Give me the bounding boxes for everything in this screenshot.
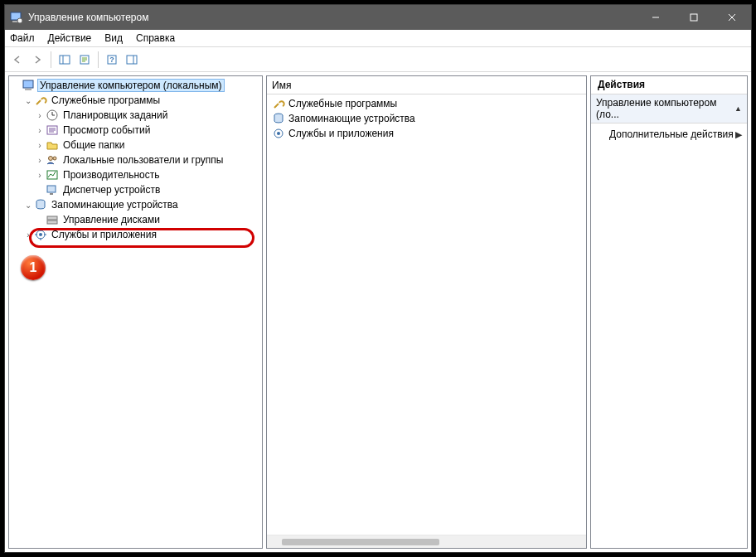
properties-button[interactable] bbox=[75, 51, 94, 69]
back-button[interactable] bbox=[8, 51, 27, 69]
services-icon bbox=[34, 228, 47, 241]
main-layout: Управление компьютером (локальным) ⌄ Слу… bbox=[5, 72, 751, 552]
menu-view[interactable]: Вид bbox=[104, 32, 123, 44]
chevron-down-icon[interactable]: ⌄ bbox=[22, 201, 34, 210]
window-frame: Управление компьютером Файл Действие Вид… bbox=[4, 4, 752, 553]
show-hide-actions-button[interactable] bbox=[123, 51, 141, 69]
show-hide-tree-button[interactable] bbox=[56, 51, 74, 69]
svg-point-26 bbox=[49, 157, 53, 161]
tree-label: Просмотр событий bbox=[61, 124, 152, 136]
chevron-right-icon[interactable]: › bbox=[22, 230, 34, 240]
actions-header: Действия bbox=[591, 76, 747, 94]
content-pane: Имя Служебные программы Запоминающие уст… bbox=[266, 75, 587, 549]
tree-label: Общие папки bbox=[61, 139, 126, 151]
collapse-up-icon[interactable]: ▲ bbox=[734, 104, 742, 113]
svg-rect-15 bbox=[127, 56, 137, 64]
users-groups-icon bbox=[46, 153, 59, 167]
menubar: Файл Действие Вид Справка bbox=[5, 30, 751, 46]
console-tree: Управление компьютером (локальным) ⌄ Слу… bbox=[9, 76, 262, 244]
actions-group[interactable]: Управление компьютером (ло... ▲ bbox=[591, 94, 747, 124]
svg-rect-30 bbox=[50, 193, 53, 195]
svg-point-38 bbox=[277, 132, 280, 135]
list-item[interactable]: Запоминающие устройства bbox=[267, 111, 586, 126]
tree-services-apps[interactable]: › Службы и приложения bbox=[9, 227, 262, 242]
svg-rect-18 bbox=[25, 89, 32, 90]
tree-system-tools[interactable]: ⌄ Служебные программы bbox=[9, 93, 262, 108]
performance-icon bbox=[46, 168, 59, 182]
scrollbar-thumb[interactable] bbox=[282, 539, 439, 545]
tree-label: Службы и приложения bbox=[50, 229, 158, 240]
tools-icon bbox=[34, 94, 47, 107]
tree-label: Диспетчер устройств bbox=[61, 184, 162, 196]
svg-rect-17 bbox=[23, 80, 33, 88]
list-item[interactable]: Службы и приложения bbox=[267, 126, 586, 141]
toolbar-divider bbox=[51, 51, 51, 68]
tree-task-scheduler[interactable]: › Планировщик заданий bbox=[9, 108, 262, 123]
device-manager-icon bbox=[46, 183, 59, 196]
minimize-button[interactable] bbox=[637, 5, 675, 30]
tree-label: Планировщик заданий bbox=[61, 109, 169, 121]
storage-icon bbox=[34, 198, 47, 211]
shared-folders-icon bbox=[46, 138, 59, 152]
annotation-badge-number: 1 bbox=[30, 260, 37, 275]
disk-management-icon bbox=[46, 213, 59, 226]
svg-rect-29 bbox=[47, 186, 56, 192]
titlebar[interactable]: Управление компьютером bbox=[5, 5, 751, 30]
services-icon bbox=[272, 127, 285, 140]
horizontal-scrollbar[interactable] bbox=[267, 535, 586, 548]
chevron-right-icon[interactable]: › bbox=[34, 141, 46, 150]
list-item-label: Службы и приложения bbox=[288, 128, 394, 139]
menu-file[interactable]: Файл bbox=[10, 32, 35, 44]
svg-rect-7 bbox=[60, 56, 70, 64]
chevron-right-icon: ▶ bbox=[735, 129, 742, 140]
chevron-right-icon[interactable]: › bbox=[34, 171, 46, 180]
chevron-down-icon[interactable]: ⌄ bbox=[22, 96, 34, 105]
maximize-button[interactable] bbox=[675, 5, 713, 30]
event-viewer-icon bbox=[46, 124, 59, 137]
tree-event-viewer[interactable]: › Просмотр событий bbox=[9, 123, 262, 138]
tree-disk-management[interactable]: Управление дисками bbox=[9, 212, 262, 227]
svg-rect-4 bbox=[691, 14, 697, 21]
list-item-label: Запоминающие устройства bbox=[288, 113, 415, 124]
tree-label: Запоминающие устройства bbox=[50, 199, 180, 211]
window-title: Управление компьютером bbox=[28, 12, 637, 23]
tree-root[interactable]: Управление компьютером (локальным) bbox=[9, 78, 262, 93]
help-button[interactable]: ? bbox=[103, 51, 121, 69]
tree-pane: Управление компьютером (локальным) ⌄ Слу… bbox=[8, 75, 263, 549]
tree-performance[interactable]: › Производительность bbox=[9, 167, 262, 182]
svg-rect-32 bbox=[47, 216, 57, 220]
clock-icon bbox=[46, 109, 59, 122]
toolbar: ? bbox=[5, 47, 751, 72]
tree-label: Управление дисками bbox=[61, 214, 162, 225]
chevron-right-icon[interactable]: › bbox=[34, 111, 46, 120]
computer-management-icon bbox=[22, 79, 36, 92]
tree-root-label: Управление компьютером (локальным) bbox=[38, 80, 224, 91]
close-button[interactable] bbox=[713, 5, 751, 30]
toolbar-divider bbox=[98, 51, 99, 68]
tree-local-users-groups[interactable]: › Локальные пользователи и группы bbox=[9, 153, 262, 167]
tree-storage[interactable]: ⌄ Запоминающие устройства bbox=[9, 197, 262, 212]
actions-more-item[interactable]: Дополнительные действия ▶ bbox=[591, 124, 747, 145]
svg-rect-33 bbox=[47, 220, 57, 224]
content-header[interactable]: Имя bbox=[267, 76, 586, 94]
actions-pane: Действия Управление компьютером (ло... ▲… bbox=[590, 75, 748, 549]
tree-label: Локальные пользователи и группы bbox=[61, 154, 225, 166]
window-controls bbox=[637, 5, 751, 30]
forward-button[interactable] bbox=[28, 51, 46, 69]
chevron-right-icon[interactable]: › bbox=[34, 156, 46, 165]
column-name: Имя bbox=[272, 80, 291, 91]
storage-icon bbox=[272, 112, 285, 125]
menu-help[interactable]: Справка bbox=[136, 32, 175, 44]
tree-shared-folders[interactable]: › Общие папки bbox=[9, 138, 262, 153]
tree-label: Производительность bbox=[61, 169, 161, 181]
list-item[interactable]: Служебные программы bbox=[267, 96, 586, 111]
tools-icon bbox=[272, 97, 285, 110]
content-list: Служебные программы Запоминающие устройс… bbox=[267, 94, 586, 535]
actions-group-label: Управление компьютером (ло... bbox=[596, 97, 734, 120]
svg-point-2 bbox=[17, 18, 22, 23]
list-item-label: Служебные программы bbox=[288, 98, 397, 109]
menu-action[interactable]: Действие bbox=[48, 32, 92, 44]
chevron-right-icon[interactable]: › bbox=[34, 126, 46, 135]
tree-device-manager[interactable]: Диспетчер устройств bbox=[9, 182, 262, 197]
annotation-badge: 1 bbox=[21, 255, 46, 280]
